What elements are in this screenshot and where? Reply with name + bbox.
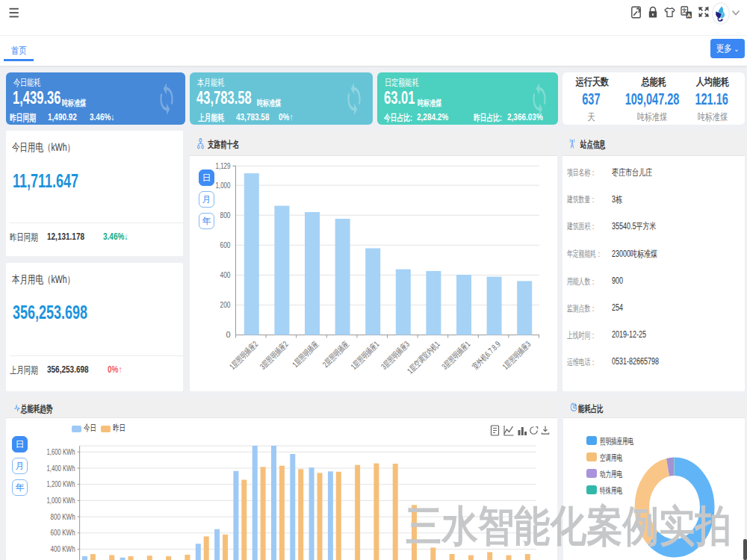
svg-text:1层照明插座: 1层照明插座: [291, 340, 320, 370]
svg-text:0: 0: [226, 330, 230, 339]
svg-text:400 KWh: 400 KWh: [51, 544, 75, 553]
svg-text:1层照明插座1: 1层照明插座1: [349, 340, 380, 371]
svg-text:800: 800: [220, 211, 231, 220]
svg-text:200: 200: [220, 300, 231, 309]
svg-text:3层照明插座1: 3层照明插座1: [440, 340, 471, 371]
svg-text:1,400 KWh: 1,400 KWh: [47, 464, 75, 473]
svg-text:1,000 KWh: 1,000 KWh: [47, 496, 75, 505]
svg-text:1,000: 1,000: [216, 181, 231, 190]
svg-text:1,200 KWh: 1,200 KWh: [47, 479, 75, 488]
svg-text:1,129: 1,129: [216, 161, 231, 170]
svg-text:400: 400: [220, 270, 231, 279]
svg-text:1层空调室内机1: 1层空调室内机1: [406, 340, 441, 376]
svg-text:A: A: [686, 12, 691, 19]
svg-text:600 KWh: 600 KWh: [51, 528, 75, 537]
svg-text:600: 600: [220, 240, 231, 249]
svg-text:1层照明插座3: 1层照明插座3: [500, 340, 532, 371]
svg-text:室外机6.7.8.9: 室外机6.7.8.9: [471, 340, 502, 371]
svg-text:2层照明插座: 2层照明插座: [320, 340, 350, 370]
svg-text:3层照明插座2: 3层照明插座2: [258, 340, 289, 371]
svg-text:3层照明插座3: 3层照明插座3: [379, 340, 411, 371]
svg-text:1层照明插座2: 1层照明插座2: [228, 340, 259, 371]
svg-text:800 KWh: 800 KWh: [51, 512, 75, 521]
svg-text:1,600 KWh: 1,600 KWh: [47, 447, 75, 456]
